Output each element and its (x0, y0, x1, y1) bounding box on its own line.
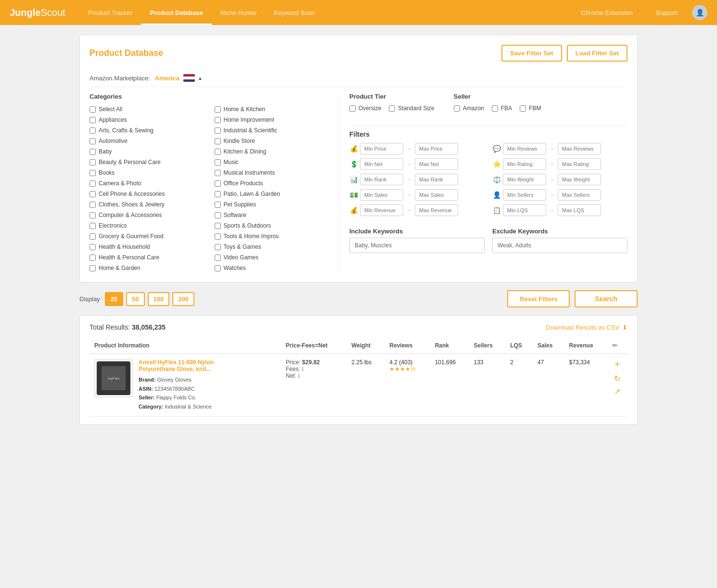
category-checkbox[interactable] (90, 233, 96, 240)
category-item[interactable]: Automotive (90, 137, 205, 145)
category-checkbox[interactable] (90, 117, 96, 123)
category-item[interactable]: Select All (90, 105, 205, 114)
category-item[interactable]: Toys & Games (215, 243, 330, 251)
add-product-btn[interactable]: + (615, 359, 620, 370)
category-checkbox[interactable] (90, 149, 96, 155)
category-checkbox[interactable] (215, 149, 221, 155)
category-checkbox[interactable] (215, 265, 221, 271)
category-checkbox[interactable] (90, 138, 96, 144)
category-item[interactable]: Computer & Accessories (90, 211, 205, 219)
category-checkbox[interactable] (215, 223, 221, 229)
nav-keyword-scan[interactable]: Keyword Scan (266, 0, 323, 25)
category-item[interactable]: Industrial & Scientific (215, 126, 330, 135)
seller-amazon[interactable]: Amazon (454, 105, 484, 112)
edit-icon[interactable]: ✏ (612, 342, 618, 349)
category-checkbox[interactable] (215, 159, 221, 166)
category-item[interactable]: Cell Phone & Accessories (90, 190, 205, 198)
nav-product-tracker[interactable]: Product Tracker (80, 0, 141, 25)
display-25[interactable]: 25 (105, 292, 123, 306)
filter-input-min-2[interactable] (360, 174, 403, 185)
include-keywords-input[interactable] (349, 238, 485, 253)
category-checkbox[interactable] (215, 202, 221, 208)
category-item[interactable]: Arts, Crafts & Sewing (90, 126, 205, 135)
user-avatar[interactable]: 👤 (692, 5, 707, 20)
filter-input-max-0[interactable] (415, 143, 458, 154)
category-checkbox[interactable] (90, 128, 96, 134)
nav-niche-hunter[interactable]: Niche Hunter (212, 0, 266, 25)
nav-product-database[interactable]: Product Database (141, 0, 212, 25)
search-btn[interactable]: Search (575, 290, 638, 307)
display-200[interactable]: 200 (172, 292, 194, 306)
filter-input-max-3[interactable] (415, 189, 458, 201)
category-item[interactable]: Camera & Photo (90, 179, 205, 188)
category-checkbox[interactable] (90, 212, 96, 218)
category-item[interactable]: Video Games (215, 253, 330, 262)
filter-input-max-r-3[interactable] (558, 189, 601, 201)
filter-input-max-r-4[interactable] (558, 205, 601, 216)
filter-input-min-r-3[interactable] (503, 189, 546, 201)
category-item[interactable]: Tools & Home Improv. (215, 232, 330, 241)
filter-input-min-r-2[interactable] (503, 174, 546, 185)
filter-input-min-r-4[interactable] (503, 205, 546, 216)
category-checkbox[interactable] (90, 170, 96, 176)
category-item[interactable]: Beauty & Personal Care (90, 158, 205, 166)
nav-support[interactable]: Support (647, 0, 686, 25)
category-checkbox[interactable] (215, 255, 221, 261)
category-item[interactable]: Kindle Store (215, 137, 330, 145)
category-checkbox[interactable] (215, 170, 221, 176)
seller-fbm[interactable]: FBM (520, 105, 541, 112)
category-checkbox[interactable] (90, 255, 96, 261)
category-item[interactable]: Sports & Outdoors (215, 221, 330, 230)
tier-oversize[interactable]: Oversize (349, 105, 381, 112)
filter-input-min-r-0[interactable] (503, 143, 546, 154)
category-item[interactable]: Home Improvement (215, 115, 330, 124)
category-checkbox[interactable] (215, 191, 221, 197)
filter-input-max-r-2[interactable] (558, 174, 601, 185)
filter-input-min-r-1[interactable] (503, 158, 546, 170)
brand-logo[interactable]: Jungle Scout (10, 7, 65, 18)
category-item[interactable]: Kitchen & Dining (215, 147, 330, 156)
reset-filters-btn[interactable]: Reset Filters (507, 290, 570, 307)
category-checkbox[interactable] (215, 212, 221, 218)
category-checkbox[interactable] (90, 202, 96, 208)
category-item[interactable]: Software (215, 211, 330, 219)
exclude-keywords-input[interactable] (492, 238, 627, 253)
fees-info-icon[interactable]: ℹ (302, 366, 304, 372)
filter-input-max-2[interactable] (415, 174, 458, 185)
category-item[interactable]: Home & Garden (90, 264, 205, 272)
category-item[interactable]: Pet Supplies (215, 200, 330, 209)
category-checkbox[interactable] (215, 244, 221, 250)
category-item[interactable]: Health & Personal Care (90, 253, 205, 262)
tier-standard[interactable]: Standard Size (389, 105, 434, 112)
seller-amazon-checkbox[interactable] (454, 105, 460, 112)
category-checkbox[interactable] (215, 138, 221, 144)
category-checkbox[interactable] (90, 106, 96, 113)
category-checkbox[interactable] (90, 191, 96, 197)
seller-fba-checkbox[interactable] (492, 105, 498, 112)
category-checkbox[interactable] (90, 244, 96, 250)
filter-input-max-r-0[interactable] (558, 143, 601, 154)
nav-chrome-extension[interactable]: Chrome Extension (573, 0, 641, 25)
marketplace-toggle[interactable]: ▲ (198, 76, 203, 81)
category-checkbox[interactable] (90, 223, 96, 229)
download-csv-link[interactable]: Download Results as CSV ⬇ (546, 324, 627, 331)
category-item[interactable]: Office Products (215, 179, 330, 188)
filter-input-min-0[interactable] (360, 143, 403, 154)
category-checkbox[interactable] (215, 106, 221, 113)
category-item[interactable]: Clothes, Shoes & Jewlery (90, 200, 205, 209)
category-item[interactable]: Baby (90, 147, 205, 156)
seller-fba[interactable]: FBA (492, 105, 512, 112)
category-item[interactable]: Music (215, 158, 330, 166)
category-item[interactable]: Books (90, 168, 205, 177)
display-100[interactable]: 100 (148, 292, 170, 306)
category-item[interactable]: Electronics (90, 221, 205, 230)
display-50[interactable]: 50 (126, 292, 144, 306)
category-item[interactable]: Watches (215, 264, 330, 272)
filter-input-min-3[interactable] (360, 189, 403, 201)
category-checkbox[interactable] (215, 117, 221, 123)
tier-standard-checkbox[interactable] (389, 105, 395, 112)
share-btn[interactable]: ↗ (614, 387, 620, 396)
category-item[interactable]: Patio, Lawn & Garden (215, 190, 330, 198)
refresh-btn[interactable]: ↻ (614, 374, 620, 383)
save-filter-btn[interactable]: Save Filter Set (501, 45, 562, 62)
